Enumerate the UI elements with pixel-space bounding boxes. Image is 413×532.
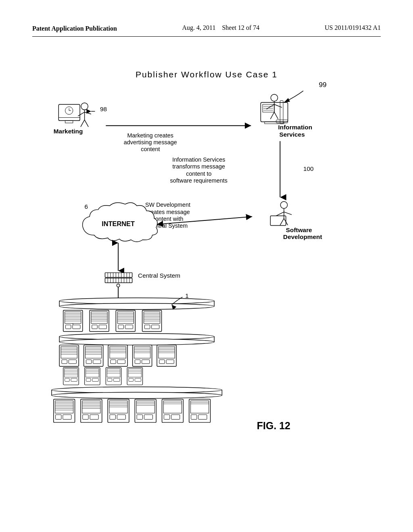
svg-line-19: [81, 120, 85, 127]
is-transform-text1: Information Services: [172, 156, 225, 163]
marketing-label: Marketing: [54, 128, 83, 135]
svg-rect-43: [270, 216, 286, 226]
marketing-arrow-text1: Marketing creates: [127, 132, 173, 139]
kiosk-row3-4: [135, 399, 156, 423]
svg-line-20: [85, 120, 89, 127]
is-transform-text3: content to: [186, 170, 211, 177]
svg-line-34: [274, 112, 278, 119]
fig-label: FIG. 12: [257, 420, 290, 432]
ref-100: 100: [303, 166, 314, 172]
ref-99-arrow: [284, 91, 303, 103]
kiosk-row2-5: [157, 345, 176, 367]
info-services-label: Information: [278, 124, 312, 131]
svg-rect-211: [108, 399, 129, 423]
svg-rect-10: [65, 121, 73, 123]
diagram-title: Publisher Workflow Use Case 1: [136, 70, 277, 79]
page-header: Patent Application Publication Aug. 4, 2…: [32, 24, 381, 37]
kiosk-row3-2: [81, 399, 102, 423]
svg-rect-27: [280, 101, 283, 124]
ref-98: 98: [100, 106, 107, 113]
marketing-arrow-text2: advertising message: [124, 139, 177, 145]
patent-number: US 2011/0191432 A1: [325, 24, 381, 31]
central-system-label: Central System: [138, 272, 180, 279]
kiosk-2: [90, 310, 109, 332]
sub-kiosk-4: [127, 368, 142, 385]
header-center: Aug. 4, 2011 Sheet 12 of 74: [182, 24, 259, 31]
svg-line-18: [85, 112, 91, 114]
kiosk-row2-2: [84, 345, 103, 367]
sub-kiosk-3: [106, 368, 121, 385]
svg-line-39: [276, 212, 284, 216]
kiosk-row2-1: [59, 345, 79, 367]
svg-point-37: [280, 202, 287, 208]
internet-label: INTERNET: [102, 220, 135, 228]
main-svg: Publisher Workflow Use Case 1 99: [32, 53, 381, 504]
svg-line-41: [280, 219, 284, 225]
is-transform-text4: software requirements: [170, 177, 227, 184]
svg-line-32: [274, 104, 282, 108]
svg-point-191: [52, 393, 222, 399]
svg-rect-226: [162, 399, 184, 423]
sheet-label: Sheet 12 of 74: [222, 24, 259, 31]
svg-rect-219: [135, 399, 156, 423]
svg-rect-28: [276, 120, 288, 123]
svg-rect-202: [81, 399, 102, 423]
svg-line-33: [270, 112, 274, 119]
sw-dev-text1: SW Development: [145, 202, 190, 208]
info-services-label2: Services: [279, 131, 305, 138]
ref-99: 99: [319, 81, 326, 89]
sw-dev-label2: Development: [283, 233, 322, 240]
kiosk-1: [63, 310, 83, 332]
kiosk-row3-6: [189, 399, 211, 423]
svg-point-15: [81, 103, 88, 110]
svg-point-66: [117, 284, 120, 287]
kiosk-row2-4: [133, 345, 152, 367]
sub-kiosk-1: [63, 368, 79, 385]
ref-6: 6: [85, 204, 88, 210]
kiosk-row3-3: [108, 399, 129, 423]
kiosk-3: [116, 310, 135, 332]
svg-line-40: [284, 212, 292, 215]
header-right: US 2011/0191432 A1: [325, 24, 381, 31]
is-transform-text2: transforms message: [173, 164, 225, 170]
header-left: Patent Application Publication: [32, 24, 117, 33]
svg-point-29: [271, 94, 277, 101]
publication-label: Patent Application Publication: [32, 25, 117, 32]
svg-line-17: [78, 112, 84, 116]
svg-point-116: [59, 339, 214, 345]
kiosk-row2-3: [108, 345, 127, 367]
kiosk-4: [142, 310, 162, 332]
svg-rect-192: [54, 399, 75, 423]
ref-1: 1: [185, 292, 189, 299]
marketing-arrow-text3: content: [141, 146, 160, 153]
diagram-area: Publisher Workflow Use Case 1 99: [32, 53, 381, 504]
svg-rect-232: [189, 399, 211, 423]
date-label: Aug. 4, 2011: [182, 24, 215, 31]
sub-kiosk-2: [85, 368, 100, 385]
kiosk-row3-1: [54, 399, 75, 423]
svg-point-71: [59, 303, 214, 310]
kiosk-row3-5: [162, 399, 184, 423]
sw-dev-label: Software: [286, 227, 312, 233]
